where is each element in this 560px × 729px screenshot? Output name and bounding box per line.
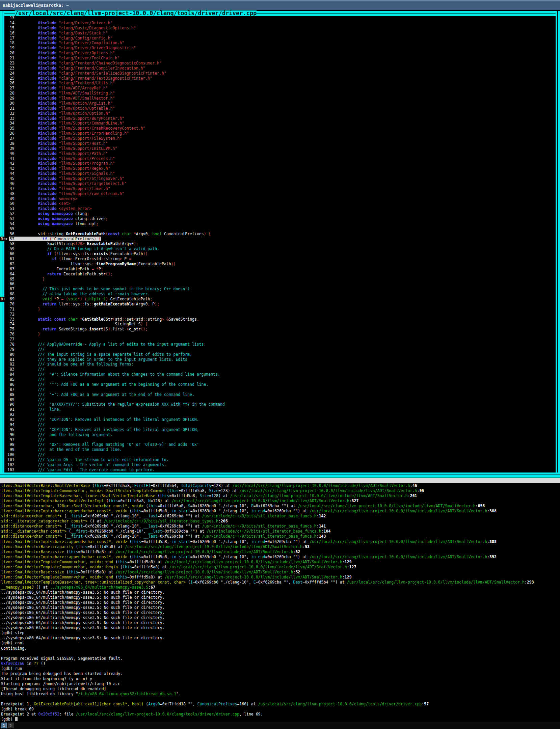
source-line: 64 return ExecutablePath.str(); [5, 272, 555, 277]
line-number: 24 [5, 71, 38, 76]
gdb-output-line: Breakpoint 1, GetExecutablePath[abi:cxx1… [1, 702, 560, 707]
line-number: 25 [5, 76, 38, 81]
line-number: 55 [5, 226, 38, 231]
gdb-output-line: std::distance<char const*> (__first=0xf6… [1, 514, 560, 519]
source-line: 46 #include "llvm/Support/TargetSelect.h… [5, 181, 555, 186]
line-number: 75 [5, 327, 38, 331]
terminal-cursor[interactable] [15, 717, 18, 721]
line-number: 46 [5, 181, 38, 186]
line-number: 103 [5, 467, 38, 472]
source-line: 16 #include "clang/Basic/Stack.h" [5, 31, 555, 36]
line-number: 84 [5, 372, 38, 377]
source-line: 55 [5, 226, 555, 232]
gdb-terminal-output[interactable]: llvm::SmallVectorBase::SmallVectorBase (… [1, 483, 560, 722]
line-number: 81 [5, 357, 38, 362]
source-line: 36 #include "llvm/Support/ErrorHandling.… [5, 131, 555, 136]
line-number: 98 [5, 442, 38, 447]
line-number: 58 [5, 241, 38, 246]
source-line: 26 #include "clang/Frontend/Utils.h" [5, 81, 555, 86]
source-line: 18 #include "clang/Driver/Compilation.h" [5, 40, 555, 46]
source-line: 19 #include "clang/Driver/DriverDiagnost… [5, 46, 555, 51]
source-line: 103 /// \param Edit - The override comma… [5, 467, 555, 473]
source-line: 92 /// [5, 412, 555, 417]
line-number: 63 [5, 267, 38, 271]
line-number: 32 [5, 111, 38, 116]
source-line: 31 #include "llvm/Option/OptTable.h" [5, 106, 555, 111]
line-number: 56 [5, 232, 38, 236]
source-line: 14 #include "clang/Driver/Driver.h" [5, 21, 555, 26]
gdb-output-line: llvm::SmallVectorTemplateCommon<char, vo… [1, 560, 560, 565]
line-number: 43 [5, 166, 38, 171]
source-line: 61 if (llvm::ErrorOr<std::string> P = [5, 256, 555, 262]
source-line: 27 #include "llvm/ADT/ArrayRef.h" [5, 86, 555, 91]
source-line: 83 /// [5, 367, 555, 372]
source-line: B+> 57 if (!CanonicalPrefixes) { [5, 237, 555, 242]
line-number: 86 [5, 382, 38, 387]
window-title: nabijaczleweli@szarotka: ~ [3, 3, 69, 8]
line-number: 101 [5, 457, 38, 462]
line-number: 90 [5, 402, 38, 407]
taskbar: 12 [0, 722, 560, 729]
source-line: 53 using namespace clang::driver; [5, 216, 555, 221]
gdb-output-line: ../sysdeps/x86_64/multiarch/memcpy-ssse3… [1, 620, 560, 625]
gdb-output-line: ../sysdeps/x86_64/multiarch/memcpy-ssse3… [1, 625, 560, 630]
source-line: 77 [5, 337, 555, 342]
line-number: 69 [5, 297, 38, 301]
line-number: 78 [5, 342, 38, 347]
line-number: 88 [5, 392, 38, 397]
gdb-output-line: llvm::SmallVector<char, 128u>::SmallVect… [1, 504, 560, 509]
source-line: 29 #include "llvm/ADT/SmallVector.h" [5, 96, 555, 101]
source-line: 43 #include "llvm/Support/Regex.h" [5, 166, 555, 171]
gdb-output-line [1, 651, 560, 656]
source-line: 81 /// they are applied in order to the … [5, 357, 555, 362]
line-number: 15 [5, 26, 38, 30]
line-number: 95 [5, 427, 38, 432]
source-line: 17 #include "clang/Config/config.h" [5, 36, 555, 41]
gdb-output-line: llvm::SmallVectorBase::size (this=0xffff… [1, 570, 560, 575]
line-number: 53 [5, 216, 38, 221]
line-number: 23 [5, 66, 38, 71]
gdb-output-line: ../sysdeps/x86_64/multiarch/memcpy-ssse3… [1, 590, 560, 595]
gdb-output-line: std::__distance<char const*> (__first=0x… [1, 529, 560, 534]
source-window-border-right [556, 11, 560, 478]
source-line: 73 static const char *GetStableCStr(std:… [5, 317, 555, 322]
line-number: 83 [5, 367, 38, 372]
window-titlebar[interactable]: nabijaczleweli@szarotka: ~ [0, 0, 560, 10]
line-number: 19 [5, 46, 38, 50]
source-line: 24 #include "clang/Frontend/SerializedDi… [5, 71, 555, 76]
source-line: 89 /// [5, 397, 555, 402]
line-number: 97 [5, 437, 38, 442]
source-line: 95 /// 'XOPTION': Removes all instances … [5, 427, 555, 432]
source-line: 37 #include "llvm/Support/FileSystem.h" [5, 136, 555, 141]
gdb-output-line: (gdb) break 69 [1, 707, 560, 712]
line-number: 13 [5, 16, 38, 20]
gdb-output-line: __memcpy_ssse3 () at ../sysdeps/x86_64/m… [1, 585, 560, 590]
gdb-output-line: Using host libthread_db library "/lib/x8… [1, 692, 560, 697]
gdb-output-line: llvm::SmallVectorImpl<char>::append<char… [1, 509, 560, 514]
source-line: 33 #include "llvm/Support/BuryPointer.h" [5, 116, 555, 121]
source-line: 72 [5, 312, 555, 317]
source-line: 98 /// 'Ox': Removes all flags matching … [5, 442, 555, 447]
line-number: 79 [5, 347, 38, 352]
source-line: 38 #include "llvm/Support/Host.h" [5, 141, 555, 146]
line-number: 35 [5, 126, 38, 131]
source-line: 23 #include "clang/Frontend/CompilerInvo… [5, 66, 555, 71]
gdb-output-line: ../sysdeps/x86_64/multiarch/memcpy-ssse3… [1, 600, 560, 605]
taskbar-window-1[interactable]: 1 [1, 723, 7, 728]
gdb-output-line: std::distance<char const*> (__first=0xf6… [1, 534, 560, 539]
line-number: 42 [5, 161, 38, 166]
gdb-output-line: (gdb) run [1, 666, 560, 671]
source-line: 99 /// at the end of the command line. [5, 447, 555, 452]
gdb-output-line: llvm::SmallVectorTemplateBase<char, true… [1, 580, 560, 585]
taskbar-window-2[interactable]: 2 [8, 723, 14, 728]
breakpoint-marker: B+> [0, 237, 9, 242]
line-number: 50 [5, 201, 38, 206]
source-line: 82 /// should be one of the following fo… [5, 362, 555, 367]
source-line: 51 #include <system_error> [5, 206, 555, 211]
gdb-output-line: llvm::SmallVectorTemplateCommon<char, vo… [1, 488, 560, 493]
gdb-output-line: (gdb) cont [1, 641, 560, 646]
gdb-output-line: ../sysdeps/x86_64/multiarch/memcpy-ssse3… [1, 610, 560, 615]
line-number: 34 [5, 121, 38, 126]
line-number: 89 [5, 397, 38, 402]
source-line: 86 /// '^': Add FOO as a new argument at… [5, 382, 555, 387]
